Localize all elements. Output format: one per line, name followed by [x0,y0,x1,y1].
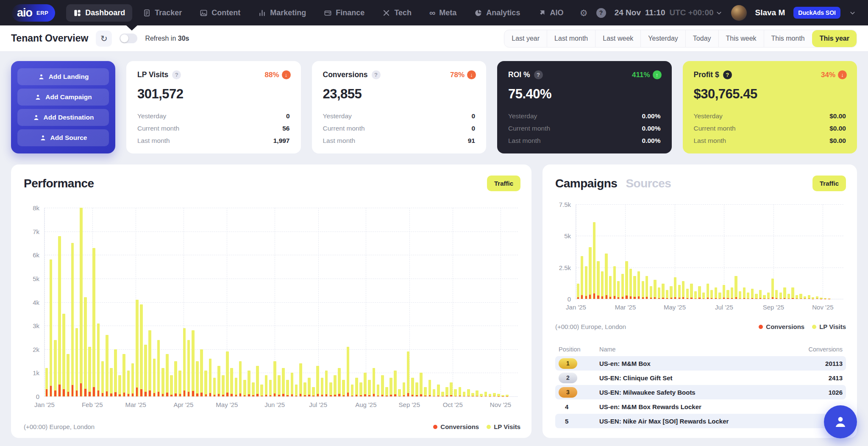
performance-traffic-button[interactable]: Traffic [487,176,520,191]
stat-subrow-label: Current month [694,125,736,132]
legend-dot [812,325,816,329]
stat-subrow-value: 56 [282,125,289,132]
stat-subrow-value: 1,997 [273,137,290,145]
stat-subrow-value: 0 [286,112,290,120]
add-destination-button[interactable]: Add Destination [17,109,109,126]
nav-timezone: UTC +00:00 [670,8,714,17]
avatar[interactable] [731,5,747,21]
performance-timezone: (+00:00) Europe, London [24,423,95,430]
range-this-month[interactable]: This month [764,30,812,47]
stat-subrow-label: Last month [137,137,170,145]
datetime-selector[interactable]: 24 Nov 11:10 UTC +00:00 [615,8,723,17]
table-row[interactable]: 1US-en: M&M Box20113 [555,356,846,371]
table-header: PositionNameConversions [555,343,846,356]
stat-cards: LP Visits?88%↓301,572Yesterday0Current m… [126,61,857,153]
table-row[interactable]: 5US-EN: Nike Air Max [SOI] Rewards Locke… [555,414,846,428]
nav-item-meta[interactable]: ∞Meta [422,4,464,22]
table-row[interactable]: 3US-EN: Milwaukee Safety Boots1026 [555,385,846,399]
y-tick-label: 0 [568,295,571,303]
add-campaign-button[interactable]: Add Campaign [17,89,109,106]
top-nav: aio ERP DashboardTrackerContentMarketing… [0,0,868,25]
performance-footer: (+00:00) Europe, London ConversionsLP Vi… [24,423,520,430]
campaigns-panel: CampaignsSources Traffic 02.5k5k7.5kJan … [542,164,857,438]
nav-item-dashboard[interactable]: Dashboard [66,4,132,22]
trend-badge: 34%↓ [821,70,847,79]
legend-item-lp-visits[interactable]: LP Visits [487,423,520,430]
x-tick-label: May '25 [216,401,238,408]
range-today[interactable]: Today [685,30,718,47]
help-icon[interactable]: ? [372,70,381,79]
performance-legend: ConversionsLP Visits [433,423,520,430]
range-last-week[interactable]: Last week [595,30,640,47]
app-logo[interactable]: aio ERP [12,4,55,22]
chart-plot: 01k2k3k4k5k6k7k8kJan '25Feb '25Mar '25Ap… [44,208,518,397]
range-this-week[interactable]: This week [718,30,764,47]
help-icon[interactable]: ? [534,70,543,79]
arrow-down-icon: ↓ [838,70,847,79]
person-plus-icon [39,134,47,142]
table-row[interactable]: 2US-EN: Clinique Gift Set2413 [555,371,846,385]
range-yesterday[interactable]: Yesterday [640,30,685,47]
chart-bars [45,208,518,396]
stat-title: Conversions [323,70,368,79]
range-this-year[interactable]: This year [812,30,857,47]
help-icon[interactable]: ? [723,70,732,79]
quick-action-label: Add Landing [49,73,89,81]
medal-gold: 1 [559,358,577,369]
help-icon[interactable]: ? [596,8,606,18]
stat-subrow-label: Current month [137,125,179,132]
campaigns-legend: ConversionsLP Visits [759,323,846,330]
range-last-year[interactable]: Last year [504,30,547,47]
main-content: Add LandingAdd CampaignAdd DestinationAd… [0,52,868,438]
legend-item-conversions[interactable]: Conversions [759,323,804,330]
tab-campaigns[interactable]: Campaigns [555,177,617,190]
tenant-badge[interactable]: DuckAds SOI [793,7,840,19]
performance-header: Performance Traffic [11,164,531,191]
stat-subrow: Yesterday0 [323,112,476,120]
nav-item-content[interactable]: Content [192,4,248,22]
nav-item-tracker[interactable]: Tracker [136,4,189,22]
nav-item-marketing[interactable]: Marketing [251,4,313,22]
gear-icon[interactable]: ⚙ [580,8,588,17]
stat-value: $30,765.45 [694,86,846,102]
support-fab[interactable] [824,405,857,438]
nav-item-label: AIO [550,8,563,17]
stat-title: Profit $ [694,70,719,79]
nav-item-tech[interactable]: Tech [375,4,419,22]
table-row[interactable]: 4US-en: M&M Box Rewards Locker [555,399,846,414]
nav-item-label: Meta [439,8,456,17]
nav-item-label: Content [211,8,240,17]
stat-subrow-value: 91 [468,137,475,145]
campaigns-tabs: CampaignsSources [555,177,671,190]
help-icon[interactable]: ? [172,70,181,79]
campaigns-traffic-button[interactable]: Traffic [812,176,846,191]
page-header: Tenant Overview ↻ Refresh in 30s Last ye… [0,25,868,52]
add-source-button[interactable]: Add Source [17,129,109,146]
chart-plot: 02.5k5k7.5kJan '25Mar '25May '25Jul '25S… [576,204,843,299]
stat-subrow: Yesterday0.00% [508,112,661,120]
stat-subrow-value: 0 [471,112,475,120]
tab-sources[interactable]: Sources [626,177,671,190]
nav-item-finance[interactable]: Finance [317,4,372,22]
quick-action-label: Add Campaign [45,93,92,101]
x-tick-label: Apr '25 [173,401,193,408]
y-tick-label: 8k [33,204,39,212]
legend-item-conversions[interactable]: Conversions [433,423,479,430]
campaigns-header: CampaignsSources Traffic [542,164,857,191]
stat-subrow: Current month56 [137,125,290,132]
stat-subrow: Last month91 [323,137,476,145]
add-landing-button[interactable]: Add Landing [17,68,109,85]
y-tick-label: 2.5k [559,264,571,271]
dashboard-icon [73,9,81,17]
user-chevron-down-icon[interactable] [849,9,856,17]
stat-subrow-label: Current month [508,125,550,132]
nav-item-aio[interactable]: AIO [531,4,570,22]
nav-item-analytics[interactable]: Analytics [467,4,527,22]
range-last-month[interactable]: Last month [547,30,595,47]
auto-refresh-toggle[interactable] [120,33,137,43]
refresh-button[interactable]: ↻ [96,31,112,47]
stat-subrow-label: Current month [323,125,365,132]
chevron-down-icon [715,9,723,17]
arrow-down-icon: ↓ [282,70,291,79]
legend-item-lp-visits[interactable]: LP Visits [812,323,846,330]
